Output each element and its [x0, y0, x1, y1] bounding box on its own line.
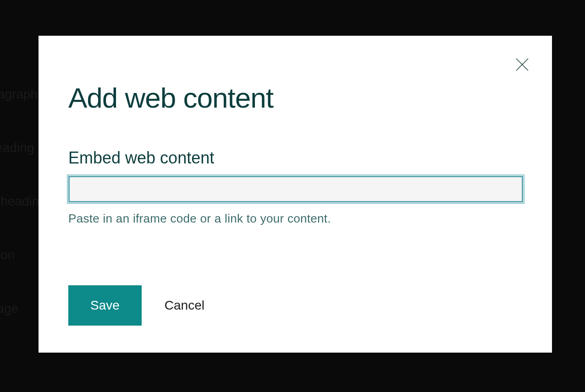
add-web-content-modal: Add web content Embed web content Paste … — [39, 36, 552, 353]
button-row: Save Cancel — [68, 285, 522, 326]
save-button[interactable]: Save — [68, 285, 142, 326]
embed-field-label: Embed web content — [68, 148, 522, 168]
cancel-button[interactable]: Cancel — [165, 298, 204, 313]
embed-input[interactable] — [68, 176, 523, 202]
modal-title: Add web content — [68, 82, 522, 114]
modal-content: Add web content Embed web content Paste … — [39, 36, 552, 355]
close-icon[interactable] — [515, 58, 529, 71]
embed-field-hint: Paste in an iframe code or a link to you… — [68, 212, 522, 226]
